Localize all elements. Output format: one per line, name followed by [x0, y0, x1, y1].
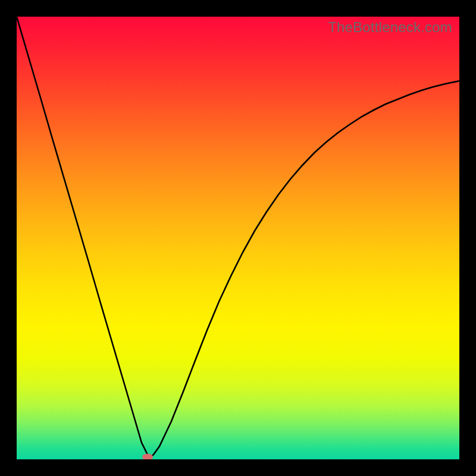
plot-area: TheBottleneck.com — [17, 17, 459, 459]
chart-frame: TheBottleneck.com — [0, 0, 476, 476]
curve-path — [17, 17, 459, 457]
minimum-marker — [142, 454, 153, 460]
bottleneck-curve — [17, 17, 459, 459]
